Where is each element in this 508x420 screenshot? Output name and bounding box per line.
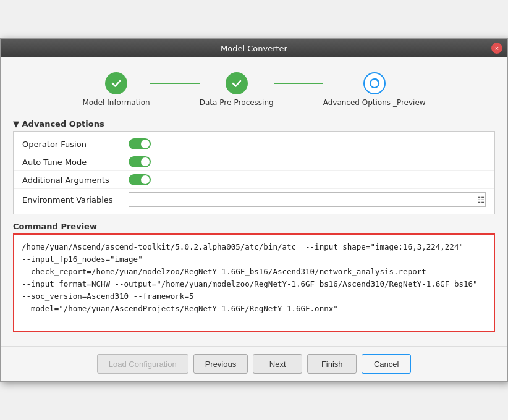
command-preview-box: /home/yuan/Ascend/ascend-toolkit/5.0.2.a… bbox=[13, 233, 495, 332]
option-row-operator-fusion: Operator Fusion bbox=[14, 135, 494, 153]
previous-button[interactable]: Previous bbox=[193, 354, 248, 374]
auto-tune-toggle[interactable] bbox=[129, 156, 151, 167]
step-connector-2 bbox=[274, 83, 323, 84]
additional-args-label: Additional Arguments bbox=[22, 175, 121, 185]
next-button[interactable]: Next bbox=[253, 354, 302, 374]
step-data-preprocessing: Data Pre-Processing bbox=[200, 72, 274, 107]
step-circle-model-info bbox=[105, 72, 127, 94]
auto-tune-label: Auto Tune Mode bbox=[22, 158, 121, 167]
advanced-options-header[interactable]: ▼ Advanced Options bbox=[13, 117, 495, 131]
command-preview-section: Command Preview /home/yuan/Ascend/ascend… bbox=[13, 222, 495, 332]
env-input-wrapper: ☷ bbox=[129, 192, 486, 207]
step-label-data-pre: Data Pre-Processing bbox=[200, 98, 274, 107]
footer: Load Configuration Previous Next Finish … bbox=[1, 346, 507, 381]
env-variables-input[interactable] bbox=[129, 192, 486, 207]
step-circle-data-pre bbox=[226, 72, 248, 94]
step-circle-advanced bbox=[363, 72, 386, 94]
close-button[interactable]: × bbox=[491, 43, 502, 54]
env-variables-label: Environment Variables bbox=[22, 195, 121, 204]
stepper: Model Information Data Pre-Processing bbox=[13, 67, 495, 109]
finish-button[interactable]: Finish bbox=[307, 354, 357, 374]
dialog-title: Model Converter bbox=[221, 44, 287, 53]
step-advanced-options: Advanced Options _Preview bbox=[323, 72, 426, 107]
advanced-options-body: Operator Fusion Auto Tune Mode Additiona… bbox=[13, 131, 495, 214]
operator-fusion-toggle[interactable] bbox=[129, 138, 151, 149]
option-row-auto-tune: Auto Tune Mode bbox=[14, 153, 494, 171]
dialog-model-converter: Model Converter × Model Information bbox=[0, 38, 508, 382]
title-bar: Model Converter × bbox=[1, 39, 507, 57]
step-label-advanced: Advanced Options _Preview bbox=[323, 98, 426, 107]
option-row-env-variables: Environment Variables ☷ bbox=[14, 189, 494, 210]
option-row-additional-args: Additional Arguments bbox=[14, 171, 494, 189]
step-connector-1 bbox=[150, 83, 200, 84]
advanced-options-section: ▼ Advanced Options Operator Fusion Auto … bbox=[13, 117, 495, 214]
additional-args-toggle[interactable] bbox=[129, 174, 151, 185]
dialog-body: Model Information Data Pre-Processing bbox=[1, 57, 507, 346]
step-label-model-info: Model Information bbox=[82, 98, 150, 107]
command-preview-label: Command Preview bbox=[13, 222, 495, 231]
cancel-button[interactable]: Cancel bbox=[362, 354, 411, 374]
step-model-information: Model Information bbox=[82, 72, 150, 107]
load-configuration-button: Load Configuration bbox=[97, 354, 188, 374]
operator-fusion-label: Operator Fusion bbox=[22, 140, 121, 149]
